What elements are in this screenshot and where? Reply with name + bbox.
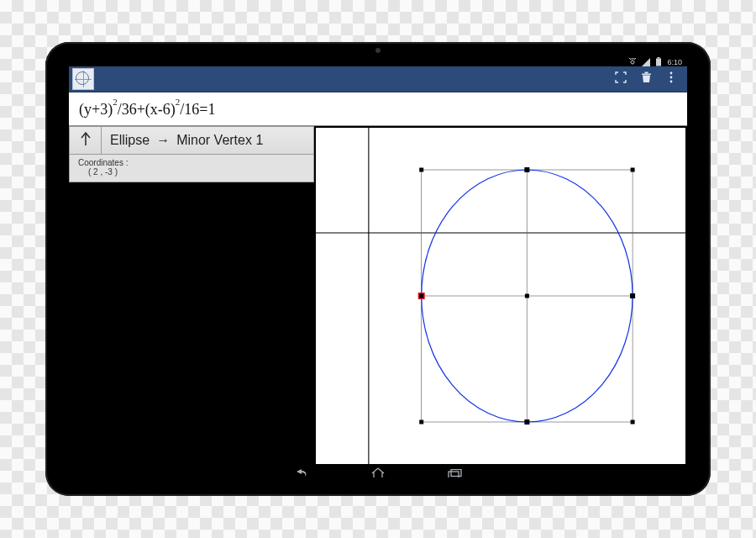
svg-rect-1 bbox=[658, 57, 660, 59]
svg-point-5 bbox=[670, 76, 673, 79]
split-view: Ellipse → Minor Vertex 1 Coordinates : (… bbox=[69, 126, 687, 466]
svg-point-4 bbox=[670, 72, 673, 75]
ellipse-plot bbox=[316, 128, 685, 464]
trash-icon bbox=[641, 71, 652, 87]
action-bar bbox=[69, 66, 687, 92]
svg-rect-9 bbox=[419, 168, 423, 172]
back-button[interactable] bbox=[291, 466, 310, 477]
center-point bbox=[525, 294, 529, 298]
svg-rect-18 bbox=[451, 470, 461, 477]
shape-label: Ellipse bbox=[110, 133, 150, 148]
plot-area[interactable] bbox=[316, 128, 685, 464]
svg-rect-11 bbox=[419, 420, 423, 425]
overflow-icon bbox=[669, 71, 673, 87]
plot-panel bbox=[314, 126, 687, 466]
svg-rect-2 bbox=[642, 74, 651, 75]
status-bar: 6:10 bbox=[69, 57, 687, 66]
svg-rect-10 bbox=[631, 168, 635, 172]
fullscreen-icon bbox=[615, 71, 627, 87]
detail-label: Coordinates : bbox=[78, 158, 305, 167]
svg-rect-16 bbox=[631, 294, 635, 298]
app-icon[interactable] bbox=[72, 68, 94, 90]
screen: 6:10 bbox=[69, 57, 687, 477]
solution-detail: Coordinates : ( 2 , -3 ) bbox=[69, 155, 314, 182]
home-icon bbox=[370, 467, 386, 477]
up-button[interactable] bbox=[70, 127, 102, 154]
nav-bar bbox=[69, 466, 687, 477]
svg-rect-0 bbox=[656, 59, 661, 66]
svg-point-6 bbox=[670, 81, 673, 83]
equation-text: (y+3)2/36+(x-6)2/16=1 bbox=[79, 100, 215, 119]
home-button[interactable] bbox=[369, 466, 387, 477]
arrow-separator: → bbox=[156, 133, 170, 148]
tablet-camera bbox=[375, 48, 381, 53]
svg-rect-15 bbox=[525, 420, 529, 425]
signal-icon bbox=[642, 58, 650, 66]
svg-rect-3 bbox=[644, 72, 648, 74]
detail-value: ( 2 , -3 ) bbox=[78, 167, 305, 177]
radio-icon bbox=[628, 58, 637, 66]
up-arrow-icon bbox=[79, 131, 92, 150]
svg-rect-13 bbox=[419, 294, 423, 298]
content-area: (y+3)2/36+(x-6)2/16=1 Ellipse bbox=[69, 92, 687, 466]
battery-icon bbox=[655, 57, 662, 66]
tablet-frame: 6:10 bbox=[45, 42, 711, 496]
fullscreen-button[interactable] bbox=[608, 66, 633, 92]
delete-button[interactable] bbox=[633, 66, 659, 92]
solution-header[interactable]: Ellipse → Minor Vertex 1 bbox=[69, 126, 314, 155]
svg-rect-12 bbox=[631, 420, 635, 425]
clock: 6:10 bbox=[667, 58, 682, 66]
back-icon bbox=[293, 467, 308, 477]
recent-button[interactable] bbox=[446, 466, 465, 477]
svg-rect-14 bbox=[525, 168, 529, 172]
overflow-button[interactable] bbox=[659, 66, 684, 92]
recent-icon bbox=[448, 467, 463, 477]
solution-title: Ellipse → Minor Vertex 1 bbox=[102, 133, 313, 148]
solution-panel: Ellipse → Minor Vertex 1 Coordinates : (… bbox=[69, 126, 314, 466]
property-label: Minor Vertex 1 bbox=[176, 133, 263, 148]
equation-input[interactable]: (y+3)2/36+(x-6)2/16=1 bbox=[69, 92, 687, 126]
